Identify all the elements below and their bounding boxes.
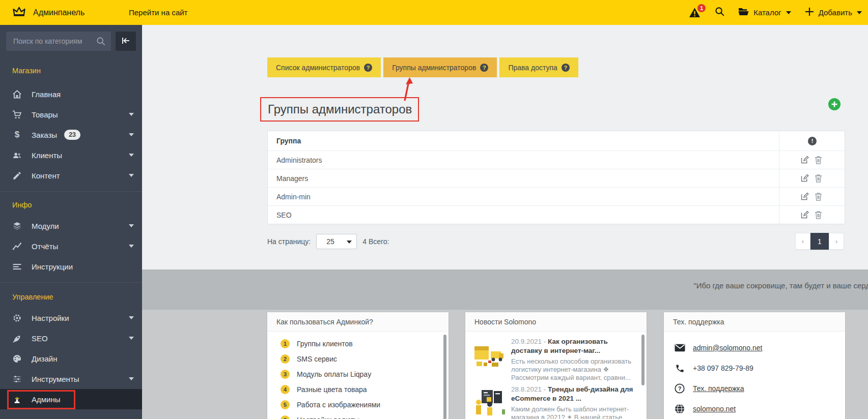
sidebar-section-management: Управление xyxy=(0,293,142,304)
delete-button[interactable] xyxy=(815,156,822,164)
step-number-badge: 6 xyxy=(281,415,290,419)
support-item-site: solomono.net xyxy=(664,399,845,419)
tab-admin-list[interactable]: Список администраторов ? xyxy=(267,57,381,77)
sidebar-item-label: Главная xyxy=(32,90,61,99)
tab-access-rights[interactable]: Права доступа ? xyxy=(499,57,578,77)
gear-icon xyxy=(12,313,22,323)
news-date: 20.9.2021 - xyxy=(511,338,548,345)
admin-panel-screen: Админпанель Перейти на сайт 1 Каталог xyxy=(0,0,868,419)
tab-admin-groups[interactable]: Группы администраторов ? xyxy=(383,57,497,77)
howto-item[interactable]: 5 Работа с изображениями xyxy=(267,397,449,412)
support-item-email: admin@solomono.net xyxy=(664,338,845,358)
svg-text:?: ? xyxy=(678,385,682,392)
sidebar-item-label: Контент xyxy=(32,171,60,180)
question-icon[interactable]: ? xyxy=(480,64,488,72)
chevron-down-icon xyxy=(129,316,134,319)
howto-item[interactable]: 6 Настройки валюты xyxy=(267,412,449,419)
tab-label: Права доступа xyxy=(508,64,557,72)
howto-item-label: Настройки валюты xyxy=(297,416,359,419)
folder-icon xyxy=(738,7,749,18)
add-menu[interactable]: Добавить xyxy=(805,7,862,18)
sidebar-item-content[interactable]: Контент xyxy=(0,165,142,186)
howto-item[interactable]: 3 Модуль оплаты Liqpay xyxy=(267,367,449,382)
delete-button[interactable] xyxy=(815,174,822,183)
question-icon[interactable]: ? xyxy=(562,64,570,72)
chevron-down-icon xyxy=(129,154,134,157)
admin-tabs: Список администраторов ? Группы админист… xyxy=(267,57,578,77)
chevron-down-icon xyxy=(129,133,134,136)
catalog-menu[interactable]: Каталог xyxy=(738,7,791,18)
brand[interactable]: Админпанель xyxy=(0,6,85,19)
howto-item[interactable]: 1 Группы клиентов xyxy=(267,336,449,351)
sidebar-divider xyxy=(0,191,142,192)
sidebar-item-seo[interactable]: SEO xyxy=(0,328,142,348)
total-count-label: 4 Всего: xyxy=(362,237,389,246)
next-page-button[interactable]: › xyxy=(829,233,844,250)
news-date: 28.8.2021 - xyxy=(511,385,548,393)
news-item[interactable]: 20.9.2021 - Как организовать доставку в … xyxy=(465,337,647,382)
sidebar-item-design[interactable]: Дизайн xyxy=(0,348,142,369)
edit-button[interactable] xyxy=(800,156,809,164)
prev-page-button[interactable]: ‹ xyxy=(795,233,810,250)
sidebar-item-reports[interactable]: Отчёты xyxy=(0,236,142,256)
category-search-input[interactable] xyxy=(6,32,111,51)
question-icon[interactable]: ? xyxy=(364,64,372,72)
support-phone[interactable]: +38 097 829-79-89 xyxy=(693,364,753,372)
instructions-icon xyxy=(12,262,22,272)
go-to-site-link[interactable]: Перейти на сайт xyxy=(129,0,188,25)
delete-button[interactable] xyxy=(815,211,822,219)
phone-icon xyxy=(674,364,685,373)
topbar-actions: 1 Каталог Добавить xyxy=(689,0,862,25)
sidebar-item-clients[interactable]: Клиенты xyxy=(0,145,142,165)
sidebar-item-admins[interactable]: Админы xyxy=(0,389,142,409)
step-number-badge: 4 xyxy=(281,385,290,394)
clients-icon xyxy=(12,151,22,160)
per-page-label: На страницу: xyxy=(267,237,311,246)
news-excerpt: Каким должен быть шаблон интернет-магази… xyxy=(511,405,633,419)
edit-button[interactable] xyxy=(800,211,809,219)
support-item-help: ? Тех. поддержка xyxy=(664,378,845,399)
search-icon[interactable] xyxy=(715,7,724,18)
quote-text: "Ибо где ваше сокровище, там будет и ваш… xyxy=(693,281,868,290)
support-email-link[interactable]: admin@solomono.net xyxy=(693,344,762,352)
group-name: Admin-min xyxy=(268,188,779,205)
rocket-icon xyxy=(12,334,22,343)
sidebar-item-label: Товары xyxy=(32,110,58,119)
scrollbar-thumb[interactable] xyxy=(641,335,645,385)
sidebar-item-label: Модули xyxy=(32,222,59,230)
howto-item[interactable]: 4 Разные цвета товара xyxy=(267,382,449,397)
edit-button[interactable] xyxy=(800,174,809,183)
delete-button[interactable] xyxy=(815,192,822,201)
sidebar-item-tools[interactable]: Инструменты xyxy=(0,369,142,389)
sidebar-item-modules[interactable]: Модули xyxy=(0,216,142,236)
alerts-button[interactable]: 1 xyxy=(689,7,701,18)
howto-item[interactable]: 2 SMS сервис xyxy=(267,351,449,367)
sidebar-item-products[interactable]: Товары xyxy=(0,104,142,125)
howto-item-label: SMS сервис xyxy=(297,355,337,363)
edit-button[interactable] xyxy=(800,192,809,201)
info-icon[interactable]: ! xyxy=(808,137,817,145)
sidebar-item-orders[interactable]: $ Заказы 23 xyxy=(0,125,142,145)
support-help-link[interactable]: Тех. поддержка xyxy=(693,384,744,393)
sidebar-collapse-button[interactable] xyxy=(116,32,136,51)
reports-icon xyxy=(12,242,22,251)
table-row: Administrators xyxy=(268,151,845,169)
news-item[interactable]: 28.8.2021 - Тренды веб-дизайна для eComm… xyxy=(465,385,647,419)
add-group-button[interactable] xyxy=(828,98,841,110)
pencil-icon xyxy=(12,171,22,181)
per-page-select[interactable]: 25 xyxy=(316,234,357,249)
orders-count-badge: 23 xyxy=(64,130,80,140)
sidebar-item-home[interactable]: Главная xyxy=(0,84,142,104)
support-site-link[interactable]: solomono.net xyxy=(693,405,736,413)
scrollbar-thumb[interactable] xyxy=(443,335,446,419)
current-page-button[interactable]: 1 xyxy=(810,233,829,250)
sidebar-item-instructions[interactable]: Инструкции xyxy=(0,256,142,277)
chevron-down-icon xyxy=(786,11,791,14)
tools-icon xyxy=(12,374,22,384)
support-card-title: Тех. поддержка xyxy=(664,312,845,332)
pagination-bar: На страницу: 25 4 Всего: ‹ 1 › xyxy=(267,233,845,250)
sidebar-item-settings[interactable]: Настройки xyxy=(0,308,142,328)
search-icon xyxy=(96,37,105,48)
footer-area: Как пользоваться Админкой? 1 Группы клие… xyxy=(142,310,868,419)
admin-crown-icon xyxy=(12,395,22,404)
